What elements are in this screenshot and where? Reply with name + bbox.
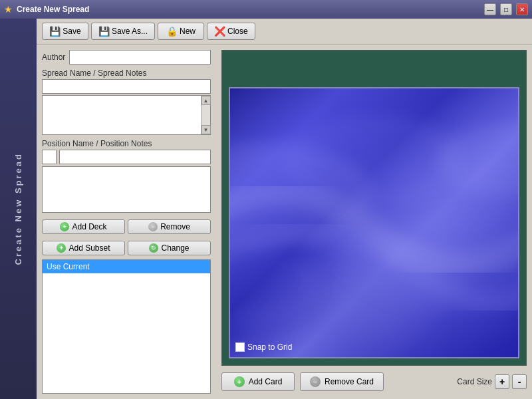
author-row: Author [42, 50, 211, 65]
author-label: Author [42, 53, 65, 62]
spread-section: Spread Name / Spread Notes ▲ ▼ [42, 68, 211, 135]
add-subset-button[interactable]: + Add Subset [42, 241, 125, 255]
remove-card-button[interactable]: − Remove Card [300, 372, 384, 391]
title-bar-icon: ★ [4, 4, 13, 15]
content-area: Author Spread Name / Spread Notes ▲ ▼ [37, 45, 532, 399]
silk-svg [230, 88, 518, 357]
remove-icon: − [148, 222, 158, 231]
position-section: Position Name / Position Notes [42, 139, 211, 213]
new-button[interactable]: 🔒 New [158, 23, 204, 40]
close-button[interactable]: ❌ Close [207, 23, 255, 40]
left-panel: Author Spread Name / Spread Notes ▲ ▼ [37, 45, 216, 399]
save-icon: 💾 [49, 26, 60, 37]
sidebar-text: Create New Spread [13, 152, 23, 265]
title-bar-text: Create New Spread [17, 5, 480, 14]
card-size-plus-button[interactable]: + [495, 374, 509, 389]
spread-notes-container: ▲ ▼ [42, 95, 211, 135]
spread-notes-scrollbar[interactable]: ▲ ▼ [201, 96, 210, 134]
deck-buttons-row2: + Add Subset ↻ Change [42, 241, 211, 255]
position-notes-container [42, 166, 211, 213]
scroll-down-arrow[interactable]: ▼ [201, 125, 211, 134]
snap-to-grid-checkbox[interactable] [235, 342, 245, 352]
image-frame: Snap to Grid [229, 87, 519, 358]
save-button[interactable]: 💾 Save [42, 23, 88, 40]
sidebar: Create New Spread [0, 19, 37, 399]
position-section-label: Position Name / Position Notes [42, 139, 211, 148]
add-subset-icon: + [57, 243, 66, 253]
new-icon: 🔒 [166, 26, 177, 37]
add-card-button[interactable]: + Add Card [221, 372, 295, 391]
deck-buttons-row1: + Add Deck − Remove [42, 219, 211, 234]
snap-to-grid-area: Snap to Grid [235, 342, 292, 352]
change-icon: ↻ [149, 243, 158, 253]
author-input[interactable] [69, 50, 211, 65]
svg-point-4 [230, 245, 321, 326]
close-icon: ❌ [214, 26, 225, 37]
save-as-icon: 💾 [98, 26, 109, 37]
main-content: 💾 Save 💾 Save As... 🔒 New ❌ Close Author [37, 19, 532, 399]
spread-section-label: Spread Name / Spread Notes [42, 68, 211, 78]
snap-to-grid-label: Snap to Grid [247, 342, 292, 352]
title-bar: ★ Create New Spread — □ ✕ [0, 0, 532, 19]
change-button[interactable]: ↻ Change [128, 241, 211, 255]
maximize-button[interactable]: □ [500, 3, 512, 15]
spread-notes-input[interactable] [43, 96, 201, 134]
remove-card-icon: − [310, 376, 321, 387]
remove-button[interactable]: − Remove [128, 219, 211, 234]
minimize-button[interactable]: — [484, 3, 496, 15]
svg-point-3 [437, 124, 518, 196]
position-color-swatch[interactable] [42, 150, 57, 164]
card-size-box: Card Size + - [457, 374, 527, 389]
list-item[interactable]: Use Current [43, 260, 210, 273]
add-deck-button[interactable]: + Add Deck [42, 219, 125, 234]
spread-canvas[interactable] [230, 88, 518, 357]
right-panel: Snap to Grid + Add Card − Remove Card Ca… [216, 45, 532, 399]
card-size-minus-button[interactable]: - [512, 374, 527, 389]
position-notes-input[interactable] [43, 167, 210, 212]
save-as-button[interactable]: 💾 Save As... [91, 23, 155, 40]
spread-name-input[interactable] [42, 79, 211, 94]
add-deck-icon: + [60, 222, 69, 231]
bottom-bar: + Add Card − Remove Card Card Size + - [221, 370, 527, 394]
canvas-area[interactable]: Snap to Grid [221, 50, 527, 366]
position-name-row [42, 150, 211, 164]
add-card-icon: + [234, 376, 245, 387]
scroll-up-arrow[interactable]: ▲ [201, 96, 211, 105]
card-size-label: Card Size [457, 377, 492, 386]
toolbar: 💾 Save 💾 Save As... 🔒 New ❌ Close [37, 19, 532, 45]
deck-list[interactable]: Use Current [42, 259, 211, 394]
window-close-button[interactable]: ✕ [516, 3, 528, 15]
position-name-input[interactable] [59, 150, 211, 164]
